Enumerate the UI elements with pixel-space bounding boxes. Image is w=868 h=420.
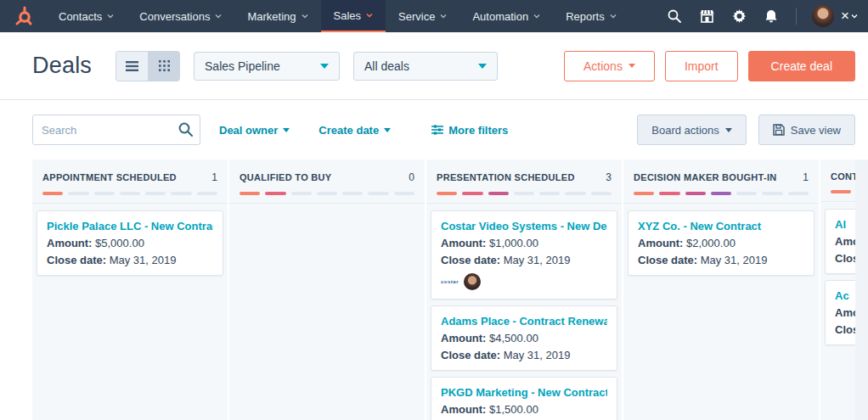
nav-item-contacts[interactable]: Contacts xyxy=(46,0,127,32)
column-title: DECISION MAKER BOUGHT-IN xyxy=(634,172,796,182)
board-view-button[interactable] xyxy=(148,52,179,81)
deal-card[interactable]: Ac Amount: Close date: xyxy=(825,280,855,345)
create-date-label: Create date xyxy=(318,124,379,137)
board-actions-button[interactable]: Board actions xyxy=(637,115,747,145)
create-deal-button[interactable]: Create deal xyxy=(748,51,855,81)
nav-item-sales[interactable]: Sales xyxy=(321,0,386,32)
deal-title[interactable]: Ac xyxy=(835,289,855,302)
stage-segment xyxy=(437,192,457,195)
card-list: Costar Video Systems - New Deal Amount: … xyxy=(426,204,622,420)
chevron-down-icon xyxy=(215,14,222,19)
save-view-button[interactable]: Save view xyxy=(758,115,855,145)
deal-card[interactable]: Al Amount: Close date: xyxy=(825,209,855,274)
chevron-down-icon xyxy=(628,64,635,68)
nav-item-label: Reports xyxy=(566,10,605,23)
nav-item-marketing[interactable]: Marketing xyxy=(234,0,320,32)
search-icon[interactable] xyxy=(178,122,193,140)
amount-value: $1,000.00 xyxy=(486,237,538,249)
deal-title[interactable]: Adams Place - Contract Renewal xyxy=(441,315,607,328)
amount-label: Amount: xyxy=(835,306,855,319)
deal-title[interactable]: Pickle Palace LLC - New Contract xyxy=(47,220,213,232)
stage-segment xyxy=(514,192,534,195)
stage-progress xyxy=(42,192,217,195)
chevron-down-icon xyxy=(725,128,732,132)
close-label: Close date: xyxy=(638,254,697,266)
column-header: DECISION MAKER BOUGHT-IN 1 xyxy=(623,160,819,204)
deal-card[interactable]: Costar Video Systems - New Deal Amount: … xyxy=(431,210,617,300)
create-date-filter[interactable]: Create date xyxy=(318,124,391,137)
list-view-button[interactable] xyxy=(116,52,148,81)
close-value: May 31, 2019 xyxy=(697,254,767,266)
filter-bar: Deal owner Create date More filters Boar… xyxy=(0,100,868,160)
nav-item-conversations[interactable]: Conversations xyxy=(127,0,234,32)
chevron-down-icon xyxy=(283,128,290,132)
stage-segment xyxy=(145,192,166,195)
search-input[interactable] xyxy=(32,115,200,145)
avatar-row: costar xyxy=(441,273,607,290)
close-label: Close date: xyxy=(441,254,500,266)
chevron-down-icon xyxy=(610,14,617,19)
import-button[interactable]: Import xyxy=(665,51,738,81)
nav-item-reports[interactable]: Reports xyxy=(553,0,629,32)
board-columns: APPOINTMENT SCHEDULED 1 Pickle Palace LL… xyxy=(32,160,855,420)
deal-card[interactable]: Pickle Palace LLC - New Contract Amount:… xyxy=(37,210,223,276)
pipeline-select[interactable]: Sales Pipeline xyxy=(194,52,340,81)
view-toggle xyxy=(116,51,180,81)
deal-owner-filter[interactable]: Deal owner xyxy=(219,124,290,137)
stage-segment xyxy=(711,192,731,195)
more-filters-button[interactable]: More filters xyxy=(431,124,508,137)
deal-card[interactable]: PKGD Marketing - New Contract Amount: $1… xyxy=(431,377,617,420)
deal-title[interactable]: XYZ Co. - New Contract xyxy=(638,220,804,232)
deal-title[interactable]: PKGD Marketing - New Contract xyxy=(441,386,607,399)
close-value: May 31, 2019 xyxy=(500,254,570,266)
user-avatar[interactable] xyxy=(812,5,834,27)
nav-item-label: Sales xyxy=(334,9,362,22)
search-icon[interactable] xyxy=(658,9,690,23)
board-viewport[interactable]: APPOINTMENT SCHEDULED 1 Pickle Palace LL… xyxy=(32,160,855,420)
page-header: Deals Sales Pipeline All deals Actions I… xyxy=(0,32,868,100)
notifications-bell-icon[interactable] xyxy=(755,9,787,24)
card-list: Pickle Palace LLC - New Contract Amount:… xyxy=(32,204,228,276)
deal-card[interactable]: XYZ Co. - New Contract Amount: $2,000.00… xyxy=(628,210,814,276)
stage-segment xyxy=(342,192,363,195)
nav-item-label: Conversations xyxy=(139,10,210,23)
nav-item-label: Service xyxy=(398,10,435,23)
settings-gear-icon[interactable] xyxy=(723,9,755,24)
nav-item-automation[interactable]: Automation xyxy=(459,0,553,32)
save-view-label: Save view xyxy=(791,124,841,137)
deals-filter-select[interactable]: All deals xyxy=(353,52,498,81)
card-list: Al Amount: Close date: Ac Amount: Close … xyxy=(820,202,855,345)
column-header: PRESENTATION SCHEDULED 3 xyxy=(426,160,622,204)
stage-segment xyxy=(68,192,88,195)
nav-item-service[interactable]: Service xyxy=(386,0,459,32)
close-value: May 31, 2019 xyxy=(500,349,570,361)
nav-divider xyxy=(796,8,797,25)
deal-title[interactable]: Costar Video Systems - New Deal xyxy=(441,220,607,232)
chevron-down-icon xyxy=(851,14,858,19)
close-icon[interactable]: × xyxy=(841,8,858,25)
board-right-gutter xyxy=(855,160,868,420)
deals-filter-value: All deals xyxy=(364,59,478,73)
import-button-label: Import xyxy=(685,59,719,73)
stage-segment xyxy=(539,192,560,195)
actions-button[interactable]: Actions xyxy=(564,51,655,81)
stage-segment xyxy=(42,192,63,195)
deal-card[interactable]: Adams Place - Contract Renewal Amount: $… xyxy=(431,305,617,371)
stage-segment xyxy=(171,192,191,195)
nav-menu: Contacts Conversations Marketing Sales S… xyxy=(46,0,629,32)
column-count: 1 xyxy=(796,171,809,183)
grid-icon xyxy=(159,60,170,71)
deal-title[interactable]: Al xyxy=(835,218,855,231)
stage-segment xyxy=(265,192,285,195)
close-label: Close date: xyxy=(835,252,855,265)
hubspot-logo[interactable] xyxy=(0,0,46,32)
stage-segment xyxy=(762,192,782,195)
stage-segment xyxy=(317,192,337,195)
costar-logo-avatar: costar xyxy=(441,279,461,284)
stage-segment xyxy=(565,192,585,195)
card-list: XYZ Co. - New Contract Amount: $2,000.00… xyxy=(623,204,819,276)
stage-segment xyxy=(462,192,482,195)
marketplace-icon[interactable] xyxy=(690,9,723,23)
stage-segment xyxy=(736,192,757,195)
stage-segment xyxy=(291,192,312,195)
